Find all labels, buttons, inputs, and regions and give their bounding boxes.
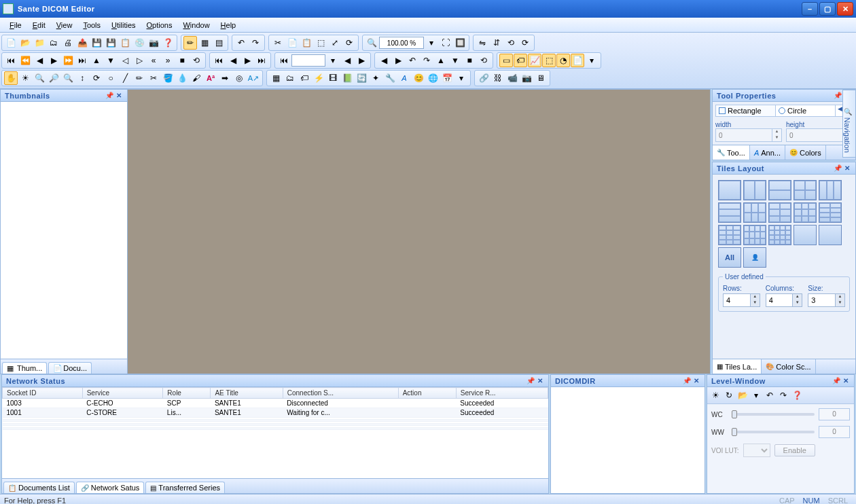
face-icon[interactable]: 😊 — [412, 71, 425, 85]
rotate-icon[interactable]: ⟳ — [342, 36, 356, 50]
zoom-dropdown-icon[interactable]: ▾ — [425, 36, 438, 50]
height-input[interactable] — [787, 129, 842, 141]
video-icon[interactable]: 📹 — [505, 71, 519, 85]
sync-icon[interactable]: 🔄 — [355, 71, 368, 85]
tile-2x3[interactable] — [743, 202, 766, 223]
reg-rect-icon[interactable]: ▭ — [499, 54, 513, 67]
star-icon[interactable]: ✦ — [369, 71, 382, 85]
size-input[interactable] — [808, 294, 835, 306]
table-icon[interactable]: ▦ — [269, 71, 283, 85]
pin-icon[interactable]: 📌 — [834, 164, 842, 173]
print-icon[interactable]: 🖨 — [61, 36, 75, 50]
unlink-icon[interactable]: ⛓ — [491, 71, 505, 85]
menu-options[interactable]: Options — [141, 20, 178, 31]
line-icon[interactable]: ╱ — [118, 71, 132, 85]
menu-file[interactable]: File — [4, 20, 27, 31]
series-stop-icon[interactable]: ■ — [463, 54, 476, 67]
tile-1x3[interactable] — [819, 180, 842, 200]
tab-thumbnails[interactable]: ▦Thum... — [2, 362, 47, 374]
voi-lut-select[interactable] — [743, 444, 770, 457]
save-icon[interactable]: 💾 — [90, 36, 103, 50]
undo-icon[interactable]: ↶ — [234, 36, 248, 50]
ww-slider[interactable] — [732, 431, 815, 433]
redo-icon[interactable]: ↷ — [249, 36, 262, 50]
table-header[interactable]: AE Title — [211, 388, 283, 399]
reg-mark-icon[interactable]: 🏷 — [514, 54, 527, 67]
tab-documents[interactable]: 📄Docu... — [48, 362, 92, 374]
camera-icon[interactable]: 📷 — [147, 36, 160, 50]
width-input[interactable] — [716, 129, 772, 141]
nav-next-fast-icon[interactable]: ⏩ — [61, 54, 75, 67]
nav-left-icon[interactable]: ◁ — [118, 54, 132, 67]
cam-icon[interactable]: 📷 — [520, 71, 533, 85]
nav-down-icon[interactable]: ▼ — [104, 54, 118, 67]
reg-drop-icon[interactable]: ▾ — [585, 54, 599, 67]
menu-view[interactable]: View — [51, 20, 78, 31]
menu-edit[interactable]: Edit — [27, 20, 51, 31]
tab-network-status[interactable]: 🔗Network Satus — [76, 482, 145, 493]
width-down-icon[interactable]: ▼ — [772, 135, 781, 141]
table-row[interactable]: 1001C-STORELis...SANTE1Waiting for c...S… — [3, 408, 548, 418]
series-prev-icon[interactable]: ◀ — [377, 54, 391, 67]
tile-custom[interactable]: 👤 — [743, 247, 766, 268]
layers-icon[interactable]: 🗂 — [283, 71, 297, 85]
cal-icon[interactable]: 📅 — [440, 71, 454, 85]
series-undo-icon[interactable]: ↶ — [406, 54, 419, 67]
nav-prev-fast-icon[interactable]: ⏪ — [18, 54, 32, 67]
bucket-icon[interactable]: 🪣 — [161, 71, 175, 85]
globe-icon[interactable]: 🌐 — [426, 71, 440, 85]
reg-frame-icon[interactable]: ⬚ — [542, 54, 556, 67]
close-icon[interactable]: ✕ — [692, 377, 700, 385]
zoom-actual-icon[interactable]: 🔲 — [453, 36, 467, 50]
flip-v-icon[interactable]: ⇵ — [490, 36, 503, 50]
minimize-button[interactable]: – — [802, 2, 818, 16]
table-header[interactable]: Service — [82, 388, 163, 399]
rows-input[interactable] — [724, 294, 750, 306]
tab-tiles-layout[interactable]: ▦Tiles La... — [713, 359, 762, 374]
rotate-l-icon[interactable]: ⟲ — [504, 36, 518, 50]
tile-5x4[interactable] — [793, 225, 817, 245]
lw-undo-icon[interactable]: ↶ — [764, 389, 776, 401]
tab-color-scheme[interactable]: 🎨Color Sc... — [762, 359, 815, 374]
close-icon[interactable]: ✕ — [536, 377, 544, 385]
monitor-icon[interactable]: 🖥 — [534, 71, 548, 85]
text-tool-icon[interactable]: Aª — [204, 71, 217, 85]
nav-next-icon[interactable]: ▶ — [47, 54, 60, 67]
nav-last-icon[interactable]: ⏭ — [75, 54, 89, 67]
help-icon[interactable]: ❓ — [161, 36, 175, 50]
wc-slider[interactable] — [732, 413, 815, 416]
tile-5x5[interactable] — [819, 225, 842, 245]
series-down-icon[interactable]: ▼ — [448, 54, 462, 67]
sun-icon[interactable]: ☀ — [18, 71, 32, 85]
tile-3x1[interactable] — [718, 202, 741, 223]
eyedrop-icon[interactable]: 💧 — [175, 71, 189, 85]
zoom-region-icon[interactable]: 🔎 — [47, 71, 60, 85]
nav-right-icon[interactable]: ▷ — [132, 54, 146, 67]
frame-input[interactable] — [291, 54, 325, 67]
tile-3x4[interactable] — [743, 225, 766, 245]
shape-tab-circle[interactable]: Circle — [776, 105, 836, 116]
tile-4x4[interactable] — [768, 225, 791, 245]
cal-drop-icon[interactable]: ▾ — [454, 71, 468, 85]
zoom-tool-icon[interactable]: 🔍 — [365, 36, 378, 50]
link-icon[interactable]: 🔗 — [477, 71, 491, 85]
enable-button[interactable]: Enable — [774, 444, 815, 456]
zoom-input[interactable] — [379, 37, 424, 49]
doc-green-icon[interactable]: 📗 — [340, 71, 354, 85]
zoom-fit-icon[interactable]: ⛶ — [439, 36, 452, 50]
lw-redo-icon[interactable]: ↷ — [777, 389, 789, 401]
pin-icon[interactable]: 📌 — [832, 377, 840, 385]
tab-annotation[interactable]: AAnn... — [750, 145, 785, 160]
new-icon[interactable]: 📄 — [4, 36, 18, 50]
pin-icon[interactable]: 📌 — [683, 377, 691, 385]
tag-icon[interactable]: 🏷 — [298, 71, 311, 85]
reg-graph-icon[interactable]: 📈 — [528, 54, 541, 67]
flip-h-icon[interactable]: ⇋ — [476, 36, 489, 50]
menu-window[interactable]: Window — [177, 20, 215, 31]
lw-help-icon[interactable]: ❓ — [791, 389, 803, 401]
frame-prev-icon[interactable]: ◀ — [340, 54, 354, 67]
rotate-tool-icon[interactable]: ⟳ — [90, 71, 103, 85]
tile-2x2[interactable] — [793, 180, 817, 200]
tile-1x2[interactable] — [743, 180, 766, 200]
tab-documents-list[interactable]: 📋Documents List — [3, 482, 75, 493]
